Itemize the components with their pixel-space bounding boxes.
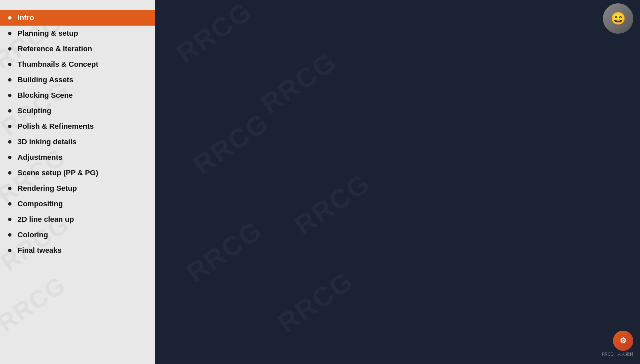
sidebar-label-rendering: Rendering Setup	[18, 184, 77, 193]
sidebar-bullet-adjustments	[8, 156, 11, 159]
sidebar-item-inking[interactable]: 3D inking details	[0, 134, 155, 150]
sidebar-bullet-thumbnails	[8, 63, 11, 66]
sidebar-item-lineclean[interactable]: 2D line clean up	[0, 212, 155, 227]
avatar: 😄	[603, 3, 633, 34]
sidebar-label-planning: Planning & setup	[18, 29, 78, 38]
sidebar-bullet-inking	[8, 140, 11, 144]
sidebar-label-coloring: Coloring	[18, 231, 48, 239]
sidebar-bullet-blocking	[8, 94, 11, 97]
zbrush-watermark-label: RRCG 人人素材	[602, 352, 633, 357]
sidebar-bullet-reference	[8, 47, 11, 51]
sidebar-item-blocking[interactable]: Blocking Scene	[0, 88, 155, 103]
sidebar-label-polish: Polish & Refinements	[18, 122, 94, 131]
sidebar-item-thumbnails[interactable]: Thumbnails & Concept	[0, 57, 155, 72]
sidebar-bullet-coloring	[8, 233, 11, 237]
sidebar: RRCG RRCG RRCG RRCG RRCG IntroPlanning &…	[0, 0, 155, 364]
sidebar-bullet-scene	[8, 171, 11, 175]
sidebar-label-lineclean: 2D line clean up	[18, 215, 74, 224]
sidebar-item-sculpting[interactable]: Sculpting	[0, 103, 155, 119]
sidebar-bullet-building	[8, 78, 11, 82]
sidebar-items: IntroPlanning & setupReference & Iterati…	[0, 10, 155, 258]
main-content: RRCG RRCG RRCG RRCG RRCG RRCG 😄 ⚙ RRCG 人…	[155, 0, 640, 364]
sidebar-item-polish[interactable]: Polish & Refinements	[0, 119, 155, 134]
zbrush-icon: ⚙	[613, 331, 633, 351]
sidebar-bullet-compositing	[8, 202, 11, 206]
zbrush-logo: ⚙ RRCG 人人素材	[602, 329, 633, 357]
sidebar-bullet-lineclean	[8, 218, 11, 221]
page-title-section	[172, 10, 623, 12]
sidebar-bullet-polish	[8, 125, 11, 128]
sidebar-label-thumbnails: Thumbnails & Concept	[18, 60, 98, 69]
sidebar-item-building[interactable]: Building Assets	[0, 72, 155, 88]
sidebar-watermark-5: RRCG	[0, 270, 71, 337]
sidebar-label-compositing: Compositing	[18, 200, 63, 208]
sidebar-item-compositing[interactable]: Compositing	[0, 196, 155, 212]
sidebar-item-coloring[interactable]: Coloring	[0, 227, 155, 243]
sidebar-item-scene[interactable]: Scene setup (PP & PG)	[0, 165, 155, 181]
sidebar-label-intro: Intro	[18, 13, 34, 22]
sidebar-label-scene: Scene setup (PP & PG)	[18, 169, 98, 177]
sidebar-label-finaltweaks: Final tweaks	[18, 246, 62, 255]
sidebar-bullet-rendering	[8, 187, 11, 190]
sidebar-bullet-intro	[8, 16, 11, 20]
sidebar-label-inking: 3D inking details	[18, 138, 77, 146]
sidebar-item-planning[interactable]: Planning & setup	[0, 26, 155, 41]
days-grid	[172, 18, 623, 357]
sidebar-bullet-planning	[8, 32, 11, 35]
sidebar-label-blocking: Blocking Scene	[18, 91, 73, 100]
sidebar-item-intro[interactable]: Intro	[0, 10, 155, 26]
sidebar-bullet-sculpting	[8, 109, 11, 113]
sidebar-item-adjustments[interactable]: Adjustments	[0, 150, 155, 165]
sidebar-label-reference: Reference & Iteration	[18, 44, 92, 53]
sidebar-label-building: Building Assets	[18, 75, 73, 84]
sidebar-item-finaltweaks[interactable]: Final tweaks	[0, 243, 155, 258]
avatar-image: 😄	[603, 3, 633, 34]
sidebar-item-rendering[interactable]: Rendering Setup	[0, 181, 155, 196]
sidebar-item-reference[interactable]: Reference & Iteration	[0, 41, 155, 57]
sidebar-label-adjustments: Adjustments	[18, 153, 62, 162]
sidebar-bullet-finaltweaks	[8, 249, 11, 252]
sidebar-label-sculpting: Sculpting	[18, 107, 51, 115]
